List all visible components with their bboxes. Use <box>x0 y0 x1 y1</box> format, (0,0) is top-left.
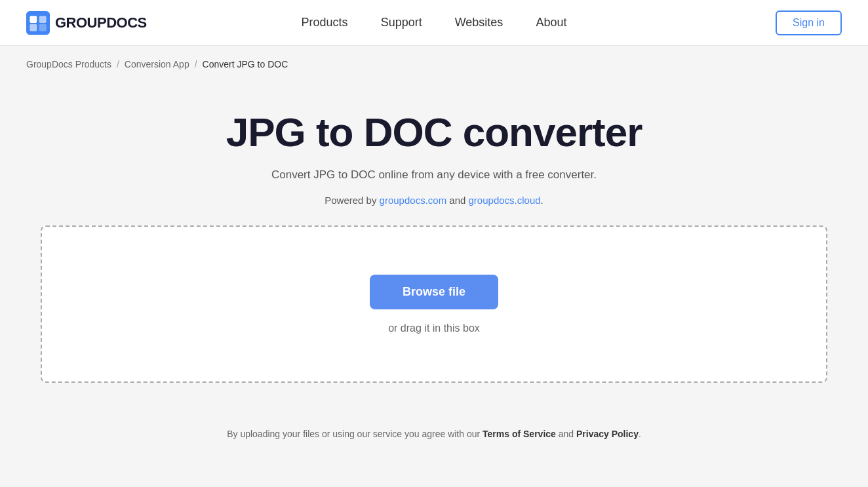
powered-by-prefix: Powered by <box>325 195 379 206</box>
breadcrumb-separator-1: / <box>117 59 119 69</box>
nav-about[interactable]: About <box>536 16 566 29</box>
breadcrumb-separator-2: / <box>195 59 197 69</box>
page-title: JPG to DOC converter <box>226 109 642 155</box>
nav-websites[interactable]: Websites <box>455 16 503 29</box>
groupdocs-logo-icon <box>26 11 50 35</box>
drop-zone[interactable]: Browse file or drag it in this box <box>41 225 827 383</box>
header: GROUPDOCS Products Support Websites Abou… <box>0 0 868 46</box>
svg-rect-1 <box>30 16 37 23</box>
breadcrumb-item-2[interactable]: Conversion App <box>125 59 189 69</box>
privacy-policy-link[interactable]: Privacy Policy <box>576 429 639 439</box>
svg-rect-3 <box>30 24 37 31</box>
drag-text: or drag it in this box <box>388 322 480 334</box>
svg-rect-4 <box>39 24 47 31</box>
main-nav: Products Support Websites About <box>302 16 567 29</box>
groupdocs-cloud-link[interactable]: groupdocs.cloud <box>469 195 541 206</box>
breadcrumb: GroupDocs Products / Conversion App / Co… <box>0 46 868 83</box>
nav-support[interactable]: Support <box>381 16 422 29</box>
footer-suffix: . <box>639 429 641 439</box>
header-actions: Sign in <box>776 10 842 35</box>
browse-file-button[interactable]: Browse file <box>370 275 498 309</box>
logo-area: GROUPDOCS <box>26 11 147 35</box>
logo-text: GROUPDOCS <box>55 14 147 31</box>
svg-rect-2 <box>39 16 47 23</box>
terms-of-service-link[interactable]: Terms of Service <box>483 429 556 439</box>
powered-by-suffix: . <box>541 195 543 206</box>
footer-middle: and <box>556 429 576 439</box>
main-content: JPG to DOC converter Convert JPG to DOC … <box>0 83 868 409</box>
powered-by-text: Powered by groupdocs.com and groupdocs.c… <box>325 195 543 206</box>
powered-by-middle: and <box>446 195 468 206</box>
breadcrumb-item-1[interactable]: GroupDocs Products <box>26 59 111 69</box>
groupdocs-com-link[interactable]: groupdocs.com <box>380 195 447 206</box>
breadcrumb-current: Convert JPG to DOC <box>203 59 288 69</box>
sign-in-button[interactable]: Sign in <box>776 10 842 35</box>
page-subtitle: Convert JPG to DOC online from any devic… <box>271 168 597 182</box>
svg-rect-0 <box>26 11 50 35</box>
footer-prefix: By uploading your files or using our ser… <box>227 429 483 439</box>
nav-products[interactable]: Products <box>302 16 348 29</box>
footer-note: By uploading your files or using our ser… <box>0 409 868 452</box>
